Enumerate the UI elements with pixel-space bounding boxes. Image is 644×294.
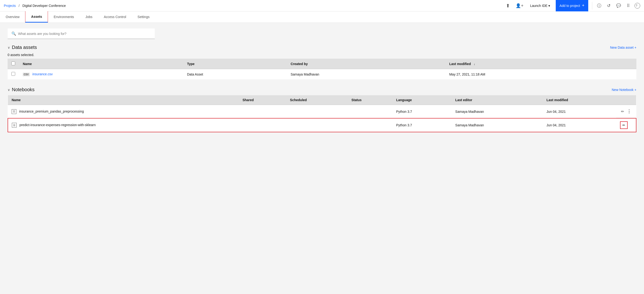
data-assets-title-group: ∨ Data assets	[8, 45, 37, 50]
notebook-last-modified-col: Jun 04, 2021	[543, 105, 616, 119]
tab-settings[interactable]: Settings	[132, 11, 156, 23]
notebook-shared-col	[239, 118, 286, 132]
row-created-by-col: Samaya Madhavan	[287, 69, 446, 80]
launch-ide-button[interactable]: Launch IDE ▾	[528, 3, 552, 9]
notebook-icon: ☰	[12, 109, 16, 114]
row-name-col: CSV insurance.csv	[19, 69, 183, 80]
notebook-edit-icon-box[interactable]: ✏	[620, 121, 628, 129]
notebooks-last-modified-col: Last modified	[543, 95, 616, 105]
tab-access-control[interactable]: Access Control	[98, 11, 132, 23]
data-asset-name-link[interactable]: insurance.csv	[32, 72, 53, 76]
tab-overview[interactable]: Overview	[0, 11, 25, 23]
notebook-scheduled-col	[286, 118, 348, 132]
notebook-name-col: ☰ predict-insurance-expenses-regression-…	[8, 118, 239, 132]
notebook-last-modified-col: Jun 04, 2021	[543, 118, 616, 132]
notebook-more-button[interactable]: ⋮	[626, 108, 632, 115]
notebook-language-col: Python 3.7	[392, 118, 451, 132]
notebook-actions-col: ✏	[616, 118, 636, 132]
notebooks-actions-col	[616, 95, 636, 105]
csv-badge: CSV	[23, 73, 30, 76]
main-content: 🔍 ∨ Data assets New Data asset + 0 asset…	[0, 23, 644, 294]
breadcrumb-current-project: Digital Developer Conference	[22, 4, 66, 8]
info-icon-button[interactable]: ⓘ	[596, 2, 602, 10]
notebook-edit-button[interactable]: ✏	[620, 108, 625, 115]
history-icon-button[interactable]: ↺	[606, 2, 612, 9]
notebooks-scheduled-col: Scheduled	[286, 95, 348, 105]
notebook-last-editor-col: Samaya Madhavan	[452, 105, 543, 119]
notebook-name-link[interactable]: predict-insurance-expenses-regression-wi…	[20, 123, 96, 127]
data-assets-select-all-col	[8, 59, 19, 69]
notebook-status-col	[348, 118, 392, 132]
add-to-project-button[interactable]: Add to project +	[556, 0, 588, 12]
notebooks-title: Notebooks	[12, 87, 35, 92]
notebooks-shared-col: Shared	[239, 95, 286, 105]
new-notebook-label: New Notebook	[612, 88, 634, 92]
data-assets-table: Name Type Created by Last modified ↓	[8, 59, 636, 79]
notebooks-language-col: Language	[392, 95, 451, 105]
row-last-modified-col: May 27, 2021, 11:18 AM	[446, 69, 636, 80]
data-assets-type-col: Type	[183, 59, 287, 69]
notebook-name-link[interactable]: insurance_premium_pandas_preprocessing	[19, 109, 84, 113]
add-to-project-label: Add to project	[560, 4, 580, 8]
breadcrumb-separator: /	[19, 4, 20, 8]
notebooks-header: ∨ Notebooks New Notebook +	[8, 87, 636, 92]
new-notebook-button[interactable]: New Notebook +	[612, 88, 636, 92]
data-assets-title: Data assets	[12, 45, 37, 50]
table-row: ☰ insurance_premium_pandas_preprocessing…	[8, 105, 636, 119]
tab-environments[interactable]: Environments	[48, 11, 80, 23]
new-data-asset-plus-icon: +	[634, 46, 636, 49]
notebooks-status-col: Status	[348, 95, 392, 105]
data-assets-last-modified-col[interactable]: Last modified ↓	[446, 59, 636, 69]
table-row: ☰ predict-insurance-expenses-regression-…	[8, 118, 636, 132]
launch-ide-label: Launch IDE	[530, 4, 548, 8]
row-type-col: Data Asset	[183, 69, 287, 80]
data-assets-name-col: Name	[19, 59, 183, 69]
notebooks-table-header-row: Name Shared Scheduled Status Language	[8, 95, 636, 105]
notebooks-chevron-icon[interactable]: ∨	[8, 88, 10, 92]
notebook-actions-col: ✏ ⋮	[616, 105, 636, 118]
launch-ide-chevron-icon: ▾	[548, 4, 550, 8]
data-assets-table-header-row: Name Type Created by Last modified ↓	[8, 59, 636, 69]
search-bar-container: 🔍	[8, 29, 155, 39]
data-assets-created-by-col: Created by	[287, 59, 446, 69]
new-data-asset-button[interactable]: New Data asset +	[610, 46, 636, 49]
notebook-language-col: Python 3.7	[392, 105, 451, 119]
data-assets-chevron-icon[interactable]: ∨	[8, 46, 10, 49]
add-to-project-plus-icon: +	[582, 3, 584, 8]
notebook-icon: ☰	[12, 123, 16, 128]
chat-icon-button[interactable]: 💬	[615, 2, 622, 9]
row-checkbox-col	[8, 69, 19, 80]
topbar-divider	[592, 2, 592, 10]
sort-icon: ↓	[474, 63, 475, 66]
topbar-actions: ⬆ 👤+ Launch IDE ▾ Add to project + ⓘ ↺ 💬…	[505, 0, 640, 12]
row-checkbox[interactable]	[12, 72, 15, 76]
notebook-name-col: ☰ insurance_premium_pandas_preprocessing	[8, 105, 239, 119]
new-data-asset-label: New Data asset	[610, 46, 634, 49]
notebooks-name-col: Name	[8, 95, 239, 105]
help-icon-button[interactable]: ?	[634, 3, 640, 9]
add-member-button[interactable]: 👤+	[515, 2, 524, 9]
notebook-status-col	[348, 105, 392, 119]
new-notebook-plus-icon: +	[634, 88, 636, 92]
assets-selected-count: 0 assets selected.	[8, 53, 636, 57]
notebook-last-editor-col: Samaya Madhavan	[452, 118, 543, 132]
breadcrumb-projects-link[interactable]: Projects	[4, 4, 16, 8]
breadcrumb: Projects / Digital Developer Conference	[4, 4, 66, 8]
topbar: Projects / Digital Developer Conference …	[0, 0, 644, 12]
notebooks-section: ∨ Notebooks New Notebook + Name Shared	[8, 87, 636, 132]
notebooks-title-group: ∨ Notebooks	[8, 87, 35, 92]
tab-assets[interactable]: Assets	[25, 11, 48, 23]
notebooks-table: Name Shared Scheduled Status Language	[8, 95, 636, 132]
tab-jobs[interactable]: Jobs	[80, 11, 98, 23]
notebooks-last-editor-col: Last editor	[452, 95, 543, 105]
notebook-scheduled-col	[286, 105, 348, 119]
search-input[interactable]	[18, 32, 151, 36]
search-icon: 🔍	[12, 31, 16, 36]
notebook-shared-col	[239, 105, 286, 119]
select-all-checkbox[interactable]	[12, 62, 15, 65]
table-row: CSV insurance.csv Data Asset Samaya Madh…	[8, 69, 636, 80]
apps-icon-button[interactable]: ⠿	[626, 2, 631, 9]
data-assets-section: ∨ Data assets New Data asset + 0 assets …	[8, 45, 636, 79]
upload-button[interactable]: ⬆	[505, 2, 511, 10]
tabs-bar: Overview Assets Environments Jobs Access…	[0, 12, 644, 23]
